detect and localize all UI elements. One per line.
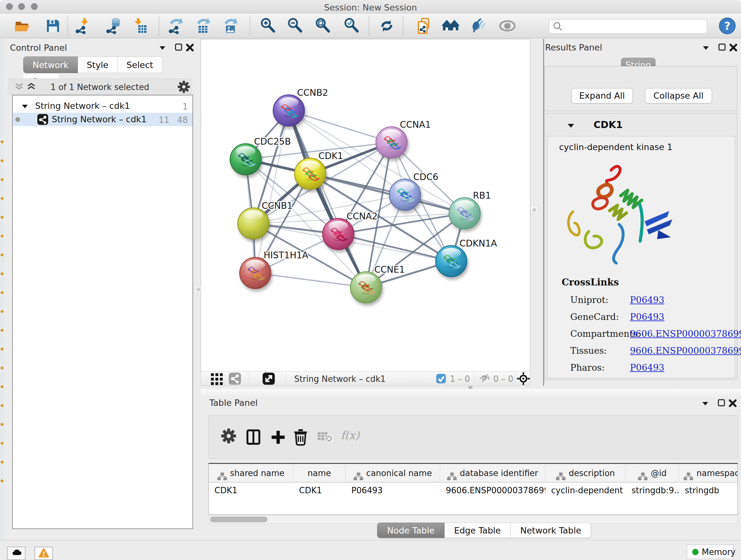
cell-namespace[interactable]: stringdb: [679, 483, 738, 499]
save-session-button[interactable]: [44, 17, 62, 35]
node-CDKN1A[interactable]: [435, 246, 468, 280]
search-input[interactable]: [565, 20, 702, 33]
cell-shared-name[interactable]: CDK1: [209, 483, 293, 499]
help-button[interactable]: ?: [718, 17, 736, 35]
crosslink-link[interactable]: P06493: [630, 362, 664, 373]
results-float-icon[interactable]: [718, 44, 726, 51]
network-canvas[interactable]: CCNB2CCNA1CDC25BCDK1CDC6RB1CCNB1CCNA2CDK…: [201, 39, 530, 371]
tab-network[interactable]: Network: [23, 57, 78, 73]
search-box: [549, 19, 707, 34]
memory-button[interactable]: Memory: [687, 545, 733, 559]
edge-CCNB2-HIST1H1A[interactable]: [255, 111, 289, 273]
collapse-all-button[interactable]: Collapse All: [645, 88, 712, 104]
edge-CDK1-RB1[interactable]: [310, 174, 465, 213]
zoom-out-button[interactable]: [286, 17, 304, 35]
column-header-description[interactable]: description: [545, 464, 626, 482]
tab-node-table[interactable]: Node Table: [377, 523, 445, 538]
crosshair-move-icon[interactable]: [516, 372, 530, 386]
import-table-button[interactable]: [131, 17, 148, 35]
cell-description[interactable]: cyclin-dependent ...: [545, 483, 626, 499]
left-splitter-handle[interactable]: [195, 286, 201, 292]
update-button[interactable]: [378, 17, 396, 35]
birdseye-view-icon[interactable]: [262, 372, 275, 385]
cell-name[interactable]: CDK1: [293, 483, 346, 499]
cell--id[interactable]: stringdb:9...: [626, 483, 679, 499]
section-collapse-caret-icon[interactable]: [567, 123, 575, 128]
table-row[interactable]: CDK1CDK1P064939606.ENSP00000378699cyclin…: [209, 483, 738, 499]
clone-network-button[interactable]: [414, 17, 432, 35]
node-CCNA2[interactable]: [323, 219, 355, 253]
open-session-button[interactable]: [13, 17, 31, 35]
warning-status-button[interactable]: [35, 547, 53, 560]
right-splitter-handle[interactable]: [530, 206, 537, 213]
function-button[interactable]: f(x): [341, 429, 359, 447]
column-header-namespace[interactable]: namespace: [679, 464, 738, 482]
hide-panel-button[interactable]: [469, 17, 487, 35]
edge-strip-dot: [1, 272, 3, 275]
cell-canonical-name[interactable]: P06493: [346, 483, 440, 499]
node-CCNE1[interactable]: [350, 272, 383, 306]
crosslink-link[interactable]: 9606.ENSP00000378699: [630, 346, 741, 356]
table-menu-caret-icon[interactable]: [702, 401, 709, 406]
table-hscrollbar-thumb[interactable]: [210, 516, 267, 522]
column-label: name: [308, 469, 331, 478]
tab-network-table[interactable]: Network Table: [511, 523, 591, 538]
bottom-splitter-handle[interactable]: [468, 386, 473, 389]
results-menu-caret-icon[interactable]: [703, 45, 709, 51]
columns-button[interactable]: [245, 428, 262, 446]
toolbar-separator: [158, 16, 159, 36]
clear-table-button[interactable]: [316, 428, 334, 446]
node-CDK1[interactable]: [294, 158, 327, 192]
tab-select[interactable]: Select: [118, 57, 162, 73]
export-image-button[interactable]: [221, 17, 239, 35]
column-header--id[interactable]: @id: [626, 464, 679, 482]
node-CDC6[interactable]: [389, 179, 422, 213]
expand-all-button[interactable]: Expand All: [571, 88, 633, 104]
toolbar-separator: [67, 16, 68, 36]
panel-float-icon[interactable]: [175, 44, 183, 51]
selected-checkbox-icon[interactable]: [436, 374, 446, 384]
crosslink-link[interactable]: P06493: [630, 312, 664, 322]
add-row-button[interactable]: [269, 428, 287, 446]
network-row-selected[interactable]: String Network – cdk1 11 48: [13, 113, 192, 126]
results-close-icon[interactable]: [729, 44, 738, 52]
cloud-status-button[interactable]: [7, 547, 25, 560]
tab-style[interactable]: Style: [78, 57, 118, 73]
table-close-icon[interactable]: [729, 399, 737, 408]
node-CDC25B[interactable]: [230, 144, 263, 178]
export-network-button[interactable]: [167, 17, 185, 35]
column-header-shared-name[interactable]: shared name: [209, 464, 293, 482]
node-CCNB2[interactable]: [273, 95, 306, 129]
crosslink-link[interactable]: P06493: [630, 295, 664, 305]
network-share-button-icon[interactable]: [228, 372, 241, 385]
tree-expand-caret-icon[interactable]: [22, 104, 28, 109]
column-header-canonical-name[interactable]: canonical name: [346, 464, 440, 482]
node-table: shared namenamecanonical namedatabase id…: [208, 463, 738, 515]
import-network-database-button[interactable]: [105, 17, 122, 35]
table-float-icon[interactable]: [718, 399, 725, 407]
import-network-button[interactable]: [74, 17, 91, 35]
cell-database-identifier[interactable]: 9606.ENSP00000378699: [440, 483, 545, 499]
crosslink-link[interactable]: 9606.ENSP00000378699: [630, 328, 741, 339]
show-panel-button[interactable]: [498, 17, 516, 35]
node-HIST1H1A[interactable]: [240, 257, 273, 292]
delete-row-button[interactable]: [292, 428, 310, 446]
panel-close-icon[interactable]: [186, 44, 194, 52]
panel-menu-caret-icon[interactable]: [159, 45, 165, 51]
export-table-button[interactable]: [194, 17, 212, 35]
zoom-selected-button[interactable]: [343, 17, 360, 35]
gear-button[interactable]: [221, 428, 239, 446]
network-collection-row[interactable]: String Network – cdk1 1: [13, 99, 192, 113]
column-header-name[interactable]: name: [293, 464, 346, 482]
node-CCNA1[interactable]: [376, 127, 409, 161]
home-button[interactable]: [442, 17, 460, 35]
zoom-fit-button[interactable]: [314, 17, 332, 35]
column-header-database-identifier[interactable]: database identifier: [440, 464, 545, 482]
grid-view-icon[interactable]: [210, 372, 223, 385]
gear-icon[interactable]: [178, 80, 190, 93]
zoom-in-button[interactable]: [259, 17, 277, 35]
node-RB1[interactable]: [449, 198, 482, 232]
tab-edge-table[interactable]: Edge Table: [445, 523, 511, 538]
table-panel: Table Panel f(x) shared namenamecanonica…: [201, 389, 741, 540]
edge-strip-dot: [1, 385, 3, 388]
